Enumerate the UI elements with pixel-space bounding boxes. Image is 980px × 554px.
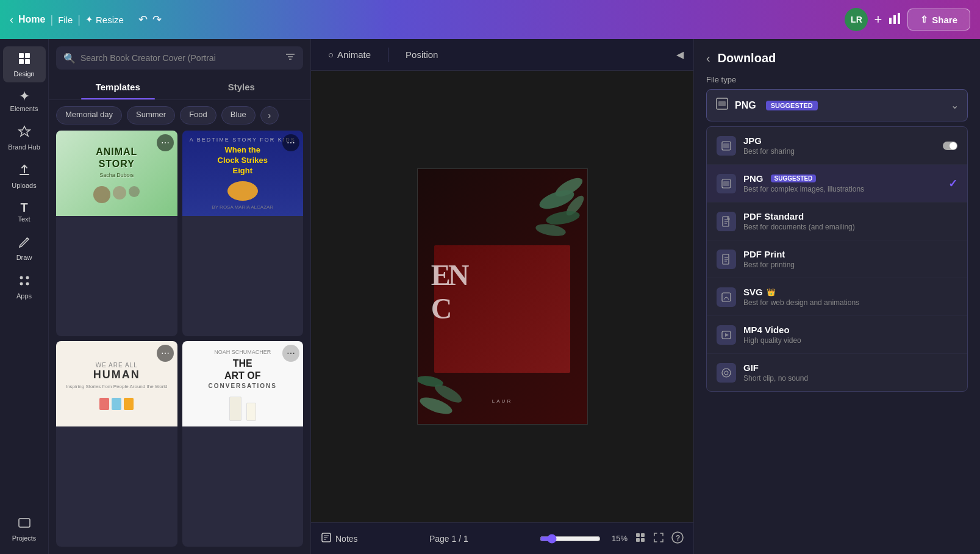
png-icon xyxy=(717,174,736,193)
svg-point-10 xyxy=(20,282,23,286)
draw-label: Draw xyxy=(16,254,32,261)
tabs-row: Templates Styles xyxy=(49,74,310,100)
avatar[interactable]: LR xyxy=(845,8,868,31)
chevron-down-icon: ⌄ xyxy=(951,99,959,111)
zoom-slider[interactable] xyxy=(540,534,601,544)
sidebar-item-brand-hub[interactable]: Brand Hub xyxy=(3,120,46,156)
jpg-toggle[interactable] xyxy=(943,142,957,150)
template-card-human[interactable]: WE ARE ALL HUMAN Inspiring Stories from … xyxy=(56,341,177,547)
uploads-label: Uploads xyxy=(12,182,36,189)
card-more-bedtime[interactable]: ⋯ xyxy=(282,134,299,151)
download-header: ‹ Download xyxy=(694,39,980,65)
topbar-divider: | xyxy=(50,13,53,26)
search-icon: 🔍 xyxy=(63,52,76,64)
pdf-standard-name: PDF Standard xyxy=(743,211,957,221)
chip-more-arrow[interactable]: › xyxy=(260,106,279,124)
back-panel-button[interactable]: ‹ xyxy=(706,51,710,65)
jpg-name: JPG xyxy=(743,135,935,146)
format-item-pdf-standard[interactable]: PDF Standard Best for documents (and ema… xyxy=(707,203,967,240)
chip-blue[interactable]: Blue xyxy=(221,106,256,124)
tab-styles[interactable]: Styles xyxy=(180,74,304,99)
sidebar-item-draw[interactable]: Draw xyxy=(3,230,46,266)
filter-button[interactable] xyxy=(285,51,296,65)
icon-sidebar: Design ✦ Elements Brand Hub Uploads T Te… xyxy=(0,39,49,554)
analytics-button[interactable] xyxy=(888,12,901,28)
png-name: PNG SUGGESTED xyxy=(743,173,941,184)
svg-rect-2 xyxy=(898,13,900,24)
gif-text: GIF Short clip, no sound xyxy=(743,362,957,383)
sidebar-item-uploads[interactable]: Uploads xyxy=(3,158,46,194)
canvas-content[interactable]: ENC LAUR xyxy=(311,71,693,522)
card-more-animal[interactable]: ⋯ xyxy=(157,134,174,151)
canvas-toolbar: ○ Animate Position ◀ xyxy=(311,39,693,71)
sidebar-item-text[interactable]: T Text xyxy=(3,196,46,228)
book-preview: ENC LAUR xyxy=(417,168,588,425)
format-item-pdf-print[interactable]: PDF Print Best for printing xyxy=(707,240,967,278)
notes-button[interactable]: Notes xyxy=(321,532,358,545)
format-item-gif[interactable]: GIF Short clip, no sound xyxy=(707,354,967,391)
help-button[interactable]: ? xyxy=(671,531,684,546)
filetype-label: File type xyxy=(706,75,968,84)
gif-icon xyxy=(717,363,736,383)
mp4-text: MP4 Video High quality video xyxy=(743,325,957,345)
chip-food[interactable]: Food xyxy=(180,106,216,124)
undo-button[interactable]: ↶ xyxy=(138,13,148,26)
topbar-left: ‹ Home | File | ✦ Resize xyxy=(10,13,124,26)
svg-point-52 xyxy=(724,371,728,375)
position-button[interactable]: Position xyxy=(398,46,445,63)
redo-button[interactable]: ↷ xyxy=(152,13,162,26)
svg-point-20 xyxy=(534,222,566,238)
format-item-jpg[interactable]: JPG Best for sharing xyxy=(707,127,967,165)
grid-view-button[interactable] xyxy=(635,532,646,545)
svg-rect-37 xyxy=(723,143,729,148)
format-item-png[interactable]: PNG SUGGESTED Best for complex images, i… xyxy=(707,165,967,203)
share-icon: ⇧ xyxy=(920,14,928,25)
projects-label: Projects xyxy=(12,534,37,542)
svg-desc: Best for web design and animations xyxy=(743,298,957,307)
zoom-slider-wrap: 15% xyxy=(540,534,628,544)
mp4-name: MP4 Video xyxy=(743,325,957,335)
apps-icon xyxy=(17,273,32,290)
svg-rect-35 xyxy=(718,101,726,106)
filter-chips: Memorial day Summer Food Blue › xyxy=(49,100,310,131)
svg-name: SVG 👑 xyxy=(743,287,957,297)
pdf-standard-text: PDF Standard Best for documents (and ema… xyxy=(743,211,957,231)
pdf-standard-icon xyxy=(717,212,736,231)
filetype-selected-icon xyxy=(715,97,729,113)
templates-grid: ANIMAL STORY Sacha Dubois ⋯ A BEDTIME ST… xyxy=(49,131,310,554)
animate-button[interactable]: ○ Animate xyxy=(321,46,378,63)
share-button[interactable]: ⇧ Share xyxy=(907,9,970,31)
hide-panel-button[interactable]: ◀ xyxy=(676,49,684,60)
chip-memorial[interactable]: Memorial day xyxy=(56,106,122,124)
svg-rect-5 xyxy=(19,59,24,64)
card-more-art[interactable]: ⋯ xyxy=(282,345,299,362)
format-item-mp4[interactable]: MP4 Video High quality video xyxy=(707,316,967,354)
filetype-selected[interactable]: PNG SUGGESTED ⌄ xyxy=(706,89,968,121)
template-card-art[interactable]: NOAH SCHUMACHER THEART OF CONVERSATIONS … xyxy=(182,341,304,547)
sidebar-item-elements[interactable]: ✦ Elements xyxy=(3,85,46,117)
add-button[interactable]: + xyxy=(874,12,882,27)
svg-rect-29 xyxy=(641,533,645,537)
svg-point-9 xyxy=(26,276,29,279)
sidebar-item-design[interactable]: Design xyxy=(3,46,46,82)
sidebar-item-projects[interactable]: Projects xyxy=(3,511,46,547)
back-button[interactable]: ‹ xyxy=(10,13,13,26)
search-input[interactable] xyxy=(80,53,280,63)
svg-marker-50 xyxy=(725,333,729,337)
tab-templates[interactable]: Templates xyxy=(56,74,180,99)
template-card-animal-story[interactable]: ANIMAL STORY Sacha Dubois ⋯ xyxy=(56,131,177,336)
fullscreen-button[interactable] xyxy=(653,532,664,545)
template-card-bedtime[interactable]: A BEDTIME STORY FOR KIDS When theClock S… xyxy=(182,131,304,336)
filetype-selected-name: PNG xyxy=(735,100,756,111)
file-button[interactable]: File xyxy=(58,15,73,25)
chip-summer[interactable]: Summer xyxy=(127,106,175,124)
search-bar: 🔍 xyxy=(56,46,303,70)
brand-hub-icon xyxy=(17,124,32,142)
svg-text:?: ? xyxy=(676,533,680,542)
uploads-icon xyxy=(17,163,32,180)
format-item-svg[interactable]: SVG 👑 Best for web design and animations xyxy=(707,278,967,316)
resize-button[interactable]: ✦ Resize xyxy=(85,14,124,25)
card-more-human[interactable]: ⋯ xyxy=(157,345,174,362)
sidebar-item-apps[interactable]: Apps xyxy=(3,268,46,304)
home-button[interactable]: Home xyxy=(18,14,45,25)
